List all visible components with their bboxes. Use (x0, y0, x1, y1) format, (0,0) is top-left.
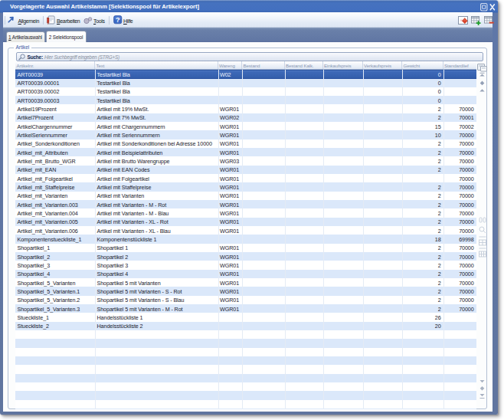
svg-text:?: ? (116, 16, 120, 24)
